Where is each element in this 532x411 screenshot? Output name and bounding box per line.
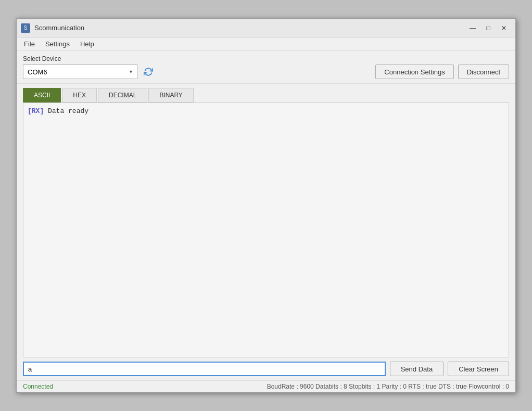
main-window: S Scommunication — □ ✕ File Settings Hel…	[16, 18, 516, 393]
toolbar: Select Device COM6 Connection Settings	[17, 51, 515, 84]
app-icon: S	[21, 23, 30, 33]
menu-bar: File Settings Help	[17, 37, 515, 51]
output-area: [RX] Data ready	[23, 102, 509, 357]
disconnect-button[interactable]: Disconnect	[458, 65, 509, 79]
menu-help[interactable]: Help	[75, 38, 99, 49]
menu-file[interactable]: File	[19, 38, 40, 49]
menu-settings[interactable]: Settings	[40, 38, 75, 49]
minimize-button[interactable]: —	[465, 22, 480, 34]
refresh-button[interactable]	[142, 65, 155, 79]
refresh-icon	[144, 67, 153, 76]
device-select-wrapper: COM6	[23, 65, 137, 79]
device-group: Select Device COM6	[23, 55, 155, 79]
maximize-button[interactable]: □	[481, 22, 496, 34]
connection-settings-button[interactable]: Connection Settings	[375, 65, 453, 79]
status-bar: Connected BoudRate : 9600 Databits : 8 S…	[17, 380, 515, 392]
tab-binary[interactable]: BINARY	[148, 88, 193, 102]
data-input[interactable]	[23, 362, 386, 376]
tab-bar: ASCII HEX DECIMAL BINARY	[17, 84, 515, 102]
select-device-label: Select Device	[23, 55, 155, 62]
window-controls: — □ ✕	[465, 22, 511, 34]
device-select[interactable]: COM6	[23, 65, 137, 79]
close-button[interactable]: ✕	[497, 22, 511, 34]
tab-decimal[interactable]: DECIMAL	[98, 88, 147, 102]
tab-ascii[interactable]: ASCII	[23, 88, 61, 102]
output-line: [RX] Data ready	[28, 107, 504, 115]
output-text: Data ready	[44, 107, 88, 115]
clear-screen-button[interactable]: Clear Screen	[448, 362, 509, 376]
tab-hex[interactable]: HEX	[62, 88, 97, 102]
input-row: Send Data Clear Screen	[17, 357, 515, 380]
title-bar: S Scommunication — □ ✕	[17, 19, 515, 37]
rx-prefix: [RX]	[28, 107, 44, 115]
select-row: COM6	[23, 65, 155, 79]
connection-status: Connected	[23, 383, 53, 390]
status-info: BoudRate : 9600 Databits : 8 Stopbits : …	[267, 383, 509, 390]
send-data-button[interactable]: Send Data	[390, 362, 444, 376]
window-title: Scommunication	[34, 24, 465, 32]
